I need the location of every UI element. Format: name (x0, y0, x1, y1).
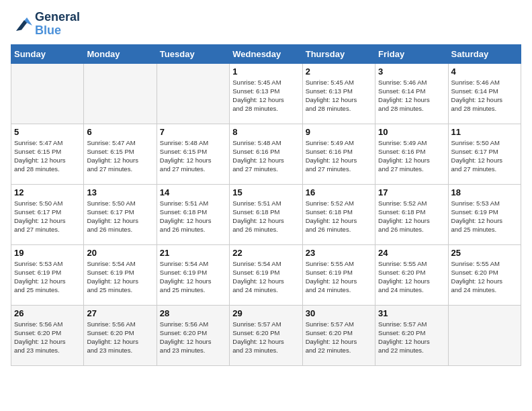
day-number: 1 (232, 66, 299, 77)
day-number: 13 (87, 187, 153, 197)
weekday-header-row: SundayMondayTuesdayWednesdayThursdayFrid… (11, 44, 521, 63)
calendar-cell: 18Sunrise: 5:53 AM Sunset: 6:19 PM Dayli… (448, 184, 521, 244)
calendar-cell (448, 305, 521, 365)
calendar-cell (157, 63, 229, 124)
day-info: Sunrise: 5:52 AM Sunset: 6:18 PM Dayligh… (378, 199, 445, 234)
calendar-cell: 4Sunrise: 5:46 AM Sunset: 6:14 PM Daylig… (448, 63, 521, 124)
calendar-cell: 6Sunrise: 5:47 AM Sunset: 6:15 PM Daylig… (84, 124, 157, 184)
calendar-cell: 15Sunrise: 5:51 AM Sunset: 6:18 PM Dayli… (230, 184, 302, 244)
calendar-cell: 1Sunrise: 5:45 AM Sunset: 6:13 PM Daylig… (230, 63, 302, 124)
day-info: Sunrise: 5:48 AM Sunset: 6:15 PM Dayligh… (160, 138, 226, 174)
day-number: 10 (378, 127, 445, 137)
day-info: Sunrise: 5:56 AM Sunset: 6:20 PM Dayligh… (160, 320, 226, 355)
day-info: Sunrise: 5:51 AM Sunset: 6:18 PM Dayligh… (232, 199, 299, 234)
day-info: Sunrise: 5:45 AM Sunset: 6:13 PM Dayligh… (306, 78, 372, 113)
day-number: 28 (160, 308, 226, 318)
calendar-cell: 10Sunrise: 5:49 AM Sunset: 6:16 PM Dayli… (375, 124, 448, 184)
calendar-cell: 23Sunrise: 5:55 AM Sunset: 6:19 PM Dayli… (302, 244, 375, 305)
day-number: 16 (306, 187, 372, 197)
calendar-cell: 25Sunrise: 5:55 AM Sunset: 6:20 PM Dayli… (448, 244, 521, 305)
day-info: Sunrise: 5:48 AM Sunset: 6:16 PM Dayligh… (232, 138, 299, 174)
day-number: 20 (87, 248, 153, 258)
day-number: 8 (232, 127, 299, 137)
calendar-cell: 9Sunrise: 5:49 AM Sunset: 6:16 PM Daylig… (302, 124, 375, 184)
day-number: 27 (87, 308, 153, 318)
calendar-week-row: 12Sunrise: 5:50 AM Sunset: 6:17 PM Dayli… (11, 184, 521, 244)
svg-marker-1 (16, 20, 27, 31)
weekday-header: Monday (84, 44, 157, 63)
day-info: Sunrise: 5:54 AM Sunset: 6:19 PM Dayligh… (87, 259, 153, 295)
day-info: Sunrise: 5:55 AM Sunset: 6:20 PM Dayligh… (451, 259, 518, 295)
day-info: Sunrise: 5:53 AM Sunset: 6:19 PM Dayligh… (14, 259, 81, 295)
calendar-cell: 5Sunrise: 5:47 AM Sunset: 6:15 PM Daylig… (11, 124, 84, 184)
calendar-cell: 11Sunrise: 5:50 AM Sunset: 6:17 PM Dayli… (448, 124, 521, 184)
weekday-header: Tuesday (157, 44, 229, 63)
day-number: 6 (87, 127, 153, 137)
day-number: 14 (160, 187, 226, 197)
day-info: Sunrise: 5:54 AM Sunset: 6:19 PM Dayligh… (232, 259, 299, 295)
day-number: 4 (451, 66, 518, 77)
day-info: Sunrise: 5:51 AM Sunset: 6:18 PM Dayligh… (160, 199, 226, 234)
day-number: 17 (378, 187, 445, 197)
day-number: 11 (451, 127, 518, 137)
calendar-cell (11, 63, 84, 124)
calendar-cell: 27Sunrise: 5:56 AM Sunset: 6:20 PM Dayli… (84, 305, 157, 365)
weekday-header: Sunday (11, 44, 84, 63)
day-info: Sunrise: 5:46 AM Sunset: 6:14 PM Dayligh… (378, 78, 445, 113)
day-info: Sunrise: 5:47 AM Sunset: 6:15 PM Dayligh… (14, 138, 81, 174)
day-number: 2 (306, 66, 372, 77)
calendar-cell: 2Sunrise: 5:45 AM Sunset: 6:13 PM Daylig… (302, 63, 375, 124)
day-info: Sunrise: 5:57 AM Sunset: 6:20 PM Dayligh… (378, 320, 445, 355)
calendar-week-row: 26Sunrise: 5:56 AM Sunset: 6:20 PM Dayli… (11, 305, 521, 365)
day-number: 5 (14, 127, 81, 137)
calendar-cell: 3Sunrise: 5:46 AM Sunset: 6:14 PM Daylig… (375, 63, 448, 124)
day-info: Sunrise: 5:55 AM Sunset: 6:20 PM Dayligh… (378, 259, 445, 295)
logo: General Blue (11, 11, 80, 38)
calendar-week-row: 5Sunrise: 5:47 AM Sunset: 6:15 PM Daylig… (11, 124, 521, 184)
calendar-cell (84, 63, 157, 124)
day-info: Sunrise: 5:49 AM Sunset: 6:16 PM Dayligh… (306, 138, 372, 174)
day-info: Sunrise: 5:57 AM Sunset: 6:20 PM Dayligh… (232, 320, 299, 355)
day-number: 22 (232, 248, 299, 258)
calendar-cell: 26Sunrise: 5:56 AM Sunset: 6:20 PM Dayli… (11, 305, 84, 365)
calendar-week-row: 1Sunrise: 5:45 AM Sunset: 6:13 PM Daylig… (11, 63, 521, 124)
day-number: 3 (378, 66, 445, 77)
day-info: Sunrise: 5:50 AM Sunset: 6:17 PM Dayligh… (451, 138, 518, 174)
day-info: Sunrise: 5:55 AM Sunset: 6:19 PM Dayligh… (306, 259, 372, 295)
calendar-cell: 30Sunrise: 5:57 AM Sunset: 6:20 PM Dayli… (302, 305, 375, 365)
day-info: Sunrise: 5:54 AM Sunset: 6:19 PM Dayligh… (160, 259, 226, 295)
calendar-cell: 28Sunrise: 5:56 AM Sunset: 6:20 PM Dayli… (157, 305, 229, 365)
weekday-header: Wednesday (230, 44, 302, 63)
day-number: 23 (306, 248, 372, 258)
calendar-cell: 20Sunrise: 5:54 AM Sunset: 6:19 PM Dayli… (84, 244, 157, 305)
day-number: 9 (306, 127, 372, 137)
day-number: 31 (378, 308, 445, 318)
calendar-cell: 8Sunrise: 5:48 AM Sunset: 6:16 PM Daylig… (230, 124, 302, 184)
calendar-cell: 19Sunrise: 5:53 AM Sunset: 6:19 PM Dayli… (11, 244, 84, 305)
logo-icon (11, 15, 32, 34)
day-number: 7 (160, 127, 226, 137)
day-number: 19 (14, 248, 81, 258)
day-number: 15 (232, 187, 299, 197)
day-number: 18 (451, 187, 518, 197)
day-number: 24 (378, 248, 445, 258)
day-number: 26 (14, 308, 81, 318)
day-info: Sunrise: 5:47 AM Sunset: 6:15 PM Dayligh… (87, 138, 153, 174)
logo-text: General Blue (35, 11, 80, 38)
calendar-cell: 31Sunrise: 5:57 AM Sunset: 6:20 PM Dayli… (375, 305, 448, 365)
day-number: 25 (451, 248, 518, 258)
day-info: Sunrise: 5:49 AM Sunset: 6:16 PM Dayligh… (378, 138, 445, 174)
day-info: Sunrise: 5:57 AM Sunset: 6:20 PM Dayligh… (306, 320, 372, 355)
calendar-cell: 29Sunrise: 5:57 AM Sunset: 6:20 PM Dayli… (230, 305, 302, 365)
day-info: Sunrise: 5:46 AM Sunset: 6:14 PM Dayligh… (451, 78, 518, 113)
calendar-cell: 16Sunrise: 5:52 AM Sunset: 6:18 PM Dayli… (302, 184, 375, 244)
day-info: Sunrise: 5:50 AM Sunset: 6:17 PM Dayligh… (87, 199, 153, 234)
weekday-header: Friday (375, 44, 448, 63)
calendar-week-row: 19Sunrise: 5:53 AM Sunset: 6:19 PM Dayli… (11, 244, 521, 305)
day-info: Sunrise: 5:52 AM Sunset: 6:18 PM Dayligh… (306, 199, 372, 234)
calendar-cell: 17Sunrise: 5:52 AM Sunset: 6:18 PM Dayli… (375, 184, 448, 244)
day-number: 29 (232, 308, 299, 318)
calendar-cell: 13Sunrise: 5:50 AM Sunset: 6:17 PM Dayli… (84, 184, 157, 244)
calendar-cell: 12Sunrise: 5:50 AM Sunset: 6:17 PM Dayli… (11, 184, 84, 244)
calendar-cell: 21Sunrise: 5:54 AM Sunset: 6:19 PM Dayli… (157, 244, 229, 305)
